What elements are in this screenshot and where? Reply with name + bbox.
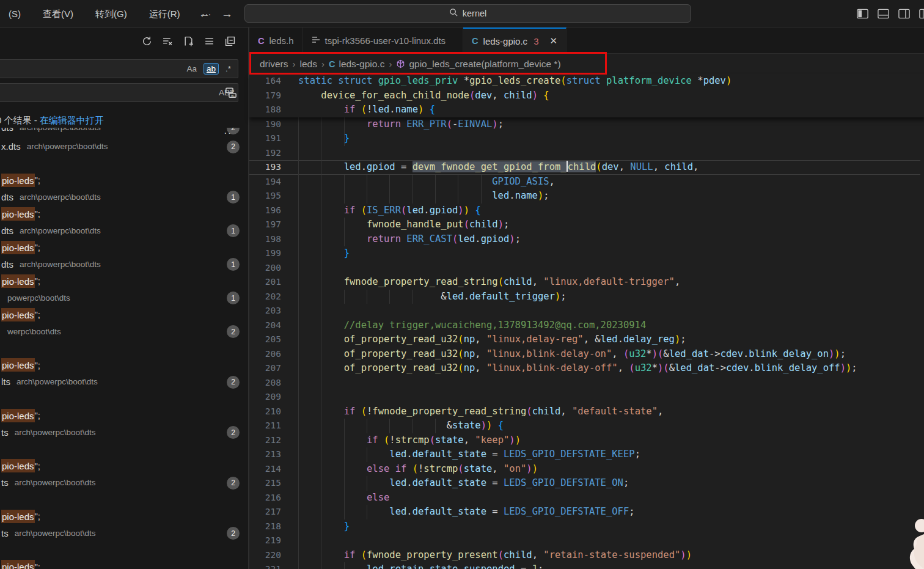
menu-item-view[interactable]: 查看(V) xyxy=(32,0,84,28)
tab-tspi-rk3566-user-v10-linux.dts[interactable]: tspi-rk3566-user-v10-linux.dts xyxy=(303,28,464,54)
code-line-199[interactable]: 199 } xyxy=(249,246,924,261)
line-number: 194 xyxy=(249,175,281,189)
replace-input[interactable]: AB xyxy=(0,83,238,102)
result-file-row[interactable]: dtsarch\powerpc\boot\dts1 xyxy=(0,189,248,206)
tab-leds.h[interactable]: Cleds.h xyxy=(249,28,303,54)
code-line-197[interactable]: 197 fwnode_handle_put(child); xyxy=(249,218,924,232)
code-line-218[interactable]: 218 } xyxy=(249,519,924,534)
code-line-194[interactable]: 194 GPIOD_ASIS, xyxy=(249,175,924,189)
c-header-file-icon: C xyxy=(258,36,264,46)
result-match-row[interactable]: pio-leds"; xyxy=(0,357,248,374)
code-line-211[interactable]: 211 &state)) { xyxy=(249,419,924,433)
result-match-row[interactable]: pio-leds"; xyxy=(0,239,248,256)
result-file-row[interactable]: dtsarch\powerpc\boot\dts1 xyxy=(0,256,248,273)
code-line-221[interactable]: 221 led.retain_state_suspended = 1; xyxy=(249,562,924,569)
menu-item-goto[interactable]: 转到(G) xyxy=(84,0,138,28)
collapse-all-icon[interactable] xyxy=(224,35,236,47)
dts-file-icon xyxy=(312,35,320,46)
result-match-row[interactable]: pio-leds"; xyxy=(0,508,248,525)
code-line-193[interactable]: 193 led.gpiod = devm_fwnode_get_gpiod_fr… xyxy=(249,160,924,175)
code-line-216[interactable]: 216 else xyxy=(249,491,924,505)
code-line-208[interactable]: 208 xyxy=(249,376,924,391)
line-number: 192 xyxy=(249,146,281,161)
result-match-row[interactable]: pio-leds"; xyxy=(0,559,248,569)
tab-leds-gpio.c[interactable]: Cleds-gpio.c3✕ xyxy=(463,28,566,54)
command-center-search[interactable]: kernel xyxy=(244,4,691,23)
result-file-row[interactable]: tsarch\powerpc\boot\dts2 xyxy=(0,525,248,542)
replace-all-icon[interactable]: abac xyxy=(225,86,237,101)
menu-item-run[interactable]: 运行(R) xyxy=(138,0,191,28)
result-file-row[interactable]: dtsarch\powerpc\boot\dts2 xyxy=(0,128,248,136)
search-sidebar: Aa ab .* AB abac ··· 0 个结果 - 在编辑器中打开 dts… xyxy=(0,28,248,569)
match-count-badge: 2 xyxy=(227,325,240,338)
symbol-method-icon xyxy=(396,59,405,69)
line-number: 207 xyxy=(249,361,281,376)
code-line-203[interactable]: 203 xyxy=(249,304,924,318)
result-match-row[interactable]: pio-leds"; xyxy=(0,205,248,222)
code-line-164[interactable]: 164static struct gpio_leds_priv *gpio_le… xyxy=(249,74,924,89)
toggle-panel-icon[interactable] xyxy=(877,7,890,20)
code-line-196[interactable]: 196 if (IS_ERR(led.gpiod)) { xyxy=(249,204,924,218)
whole-word-toggle[interactable]: ab xyxy=(204,63,219,75)
result-file-path: arch\powerpc\boot\dts xyxy=(20,193,101,202)
back-arrow-icon[interactable]: ← xyxy=(199,7,210,21)
result-match-row[interactable]: pio-leds"; xyxy=(0,172,248,189)
result-file-row[interactable]: x.dtsarch\powerpc\boot\dts2 xyxy=(0,138,248,155)
result-file-path: arch\powerpc\boot\dts xyxy=(15,529,96,538)
close-tab-icon[interactable]: ✕ xyxy=(549,35,557,46)
code-line-212[interactable]: 212 if (!strcmp(state, "keep")) xyxy=(249,433,924,448)
search-view-toolbar xyxy=(0,28,248,54)
result-file-row[interactable]: powerpc\boot\dts1 xyxy=(0,290,248,307)
result-match-row[interactable]: pio-leds"; xyxy=(0,458,248,475)
code-line-201[interactable]: 201 fwnode_property_read_string(child, "… xyxy=(249,275,924,290)
result-file-row[interactable]: werpc\boot\dts2 xyxy=(0,323,248,340)
code-line-200[interactable]: 200 xyxy=(249,261,924,276)
line-number: 188 xyxy=(249,103,281,117)
code-line-191[interactable]: 191 } xyxy=(249,131,924,146)
code-line-215[interactable]: 215 led.default_state = LEDS_GPIO_DEFSTA… xyxy=(249,476,924,491)
result-match-row[interactable]: pio-leds"; xyxy=(0,306,248,323)
code-line-207[interactable]: 207 of_property_read_u32(np, "linux,blin… xyxy=(249,361,924,376)
search-input[interactable]: Aa ab .* xyxy=(0,59,238,78)
code-editor[interactable]: 190 return ERR_PTR(-EINVAL);191 }192193 … xyxy=(249,117,924,569)
breadcrumb-item-leds[interactable]: leds xyxy=(300,59,317,70)
code-line-192[interactable]: 192 xyxy=(249,146,924,161)
result-file-row[interactable]: ltsarch\powerpc\boot\dts2 xyxy=(0,373,248,391)
code-line-179[interactable]: 179 device_for_each_child_node(dev, chil… xyxy=(249,89,924,103)
breadcrumb-item-drivers[interactable]: drivers xyxy=(260,59,288,70)
view-as-list-icon[interactable] xyxy=(203,35,215,47)
result-file-row[interactable]: tsarch\powerpc\boot\dts2 xyxy=(0,474,248,491)
open-new-search-editor-icon[interactable] xyxy=(182,35,194,47)
code-line-209[interactable]: 209 xyxy=(249,390,924,405)
refresh-icon[interactable] xyxy=(141,35,153,47)
code-line-195[interactable]: 195 led.name); xyxy=(249,189,924,204)
result-match-row[interactable]: pio-leds"; xyxy=(0,273,248,290)
result-file-row[interactable]: tsarch\powerpc\boot\dts2 xyxy=(0,424,248,441)
code-line-202[interactable]: 202 &led.default_trigger); xyxy=(249,290,924,304)
clear-search-results-icon[interactable] xyxy=(161,35,174,47)
code-line-213[interactable]: 213 led.default_state = LEDS_GPIO_DEFSTA… xyxy=(249,447,924,462)
forward-arrow-icon[interactable]: → xyxy=(221,7,233,21)
result-match-row[interactable]: pio-leds"; xyxy=(0,407,248,424)
code-line-210[interactable]: 210 if (!fwnode_property_read_string(chi… xyxy=(249,405,924,419)
code-line-198[interactable]: 198 return ERR_CAST(led.gpiod); xyxy=(249,232,924,247)
menu-item-selection[interactable]: (S) xyxy=(0,0,32,28)
code-line-190[interactable]: 190 return ERR_PTR(-EINVAL); xyxy=(249,117,924,132)
match-case-toggle[interactable]: Aa xyxy=(183,63,200,75)
result-file-row[interactable]: dtsarch\powerpc\boot\dts1 xyxy=(0,222,248,240)
toggle-secondary-sidebar-icon[interactable] xyxy=(898,7,911,20)
open-in-editor-link[interactable]: 在编辑器中打开 xyxy=(40,115,104,125)
code-line-214[interactable]: 214 else if (!strcmp(state, "on")) xyxy=(249,462,924,477)
code-line-206[interactable]: 206 of_property_read_u32(np, "linux,blin… xyxy=(249,347,924,362)
customize-layout-icon[interactable] xyxy=(919,7,924,20)
code-line-205[interactable]: 205 of_property_read_u32(np, "linux,dela… xyxy=(249,332,924,347)
code-line-188[interactable]: 188 if (!led.name) { xyxy=(249,103,924,117)
code-line-204[interactable]: 204 //delay trigger,wucaicheng,137891349… xyxy=(249,318,924,333)
code-line-217[interactable]: 217 led.default_state = LEDS_GPIO_DEFSTA… xyxy=(249,505,924,519)
code-line-219[interactable]: 219 xyxy=(249,534,924,548)
regex-toggle[interactable]: .* xyxy=(222,63,234,75)
toggle-primary-sidebar-icon[interactable] xyxy=(856,7,869,20)
code-line-220[interactable]: 220 if (fwnode_property_present(child, "… xyxy=(249,548,924,563)
breadcrumb-item-symbol[interactable]: gpio_leds_create(platform_device *) xyxy=(396,59,560,70)
breadcrumb-item-leds-gpio.c[interactable]: Cleds-gpio.c xyxy=(329,59,384,70)
